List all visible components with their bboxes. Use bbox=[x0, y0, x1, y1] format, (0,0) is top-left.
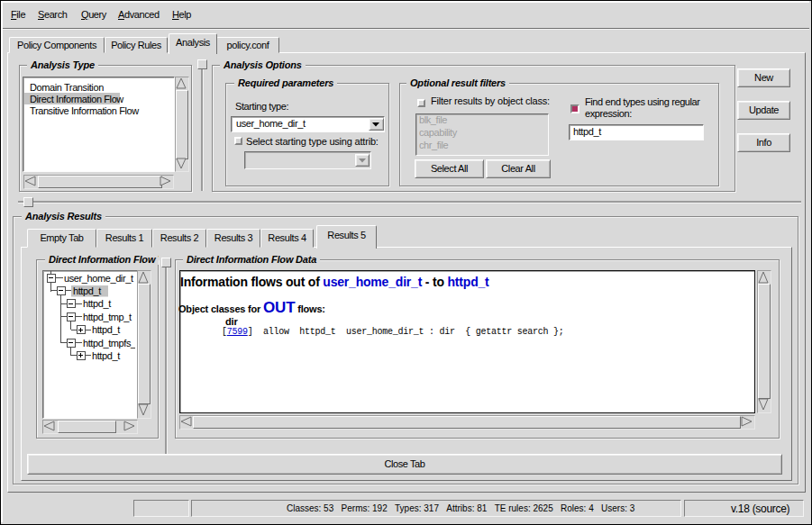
svg-text:user_home_dir_t: user_home_dir_t bbox=[64, 273, 133, 284]
svg-text:httpd_tmpfs_t: httpd_tmpfs_t bbox=[83, 338, 135, 348]
svg-text:httpd_tmp_t: httpd_tmp_t bbox=[83, 312, 132, 322]
svg-text:httpd_t: httpd_t bbox=[83, 298, 111, 309]
svg-text:httpd_t: httpd_t bbox=[92, 324, 120, 335]
svg-text:httpd_t: httpd_t bbox=[73, 285, 101, 296]
svg-text:httpd_t: httpd_t bbox=[92, 350, 120, 361]
